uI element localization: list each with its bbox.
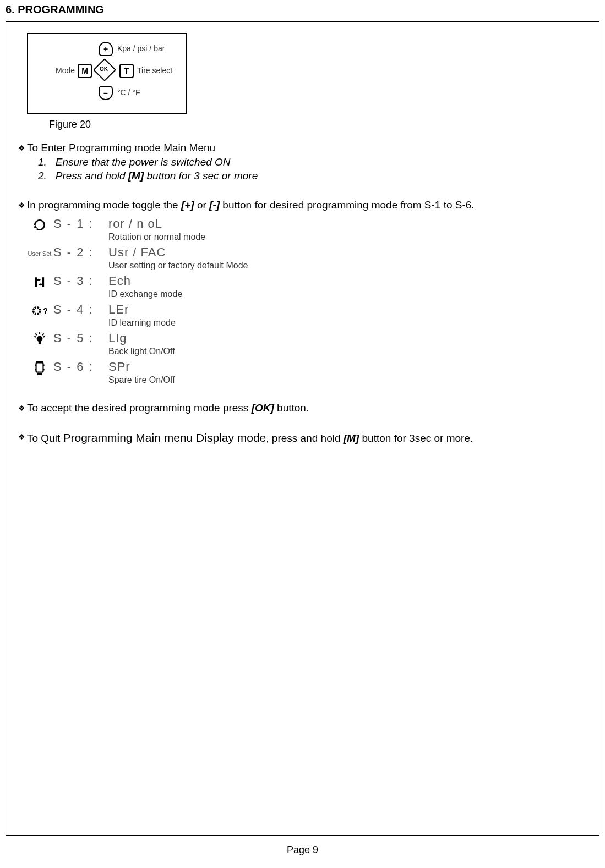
mode-desc: Spare tire On/Off: [108, 375, 175, 385]
bullet-quit-mode: ❖ To Quit Programming Main menu Display …: [16, 430, 589, 446]
mode-desc: ID learning mode: [108, 318, 176, 328]
bullet-enter-programming: ❖ To Enter Programming mode Main Menu 1.…: [16, 141, 589, 183]
mode-row-s5: S - 5 :LIg Back light On/Off: [26, 331, 589, 360]
wheel-question-icon: ?: [26, 303, 53, 319]
mode-short: ror / n oL: [108, 217, 162, 231]
content-frame: + M OK T – Kpa / psi / bar Mode Tire sel…: [6, 21, 599, 836]
mode-code: S - 1 :: [53, 217, 108, 231]
m-button-ref: [M]: [128, 170, 144, 182]
label-mode: Mode: [56, 66, 75, 75]
mode-desc: Back light On/Off: [108, 347, 175, 356]
svg-line-12: [43, 336, 45, 337]
mode-desc: User setting or factory default Mode: [108, 261, 248, 271]
rotate-icon: [26, 217, 53, 233]
ok-button-icon: OK: [97, 63, 114, 79]
mode-short: LEr: [108, 303, 129, 317]
mode-short: Usr / FAC: [108, 245, 166, 260]
svg-rect-16: [35, 364, 36, 366]
bullet-icon: ❖: [16, 402, 27, 415]
bullet-icon: ❖: [16, 430, 27, 443]
t-button-icon: T: [119, 64, 134, 78]
label-c-f: °C / °F: [117, 88, 140, 97]
mode-short: LIg: [108, 331, 127, 345]
step-text: button for 3 sec or more: [144, 170, 258, 182]
ok-button-ref: [OK]: [252, 402, 274, 414]
bullet-text: In programming mode toggle the [+] or [-…: [27, 199, 589, 212]
large-text: Programming Main menu Display mode: [63, 431, 266, 444]
mode-desc: ID exchange mode: [108, 289, 182, 299]
section-heading: 6. PROGRAMMING: [0, 0, 605, 21]
minus-button-icon: –: [99, 86, 113, 100]
mode-row-s3: S - 3 :Ech ID exchange mode: [26, 274, 589, 303]
mode-code: S - 3 :: [53, 274, 108, 288]
svg-rect-15: [36, 362, 43, 372]
step-number: 1.: [38, 156, 47, 168]
bulb-icon: [26, 331, 53, 348]
svg-line-14: [42, 333, 43, 335]
page-number: Page 9: [0, 841, 605, 864]
figure-20-diagram: + M OK T – Kpa / psi / bar Mode Tire sel…: [27, 33, 187, 114]
bullet-accept-mode: ❖ To accept the desired programming mode…: [16, 402, 589, 415]
svg-rect-19: [43, 369, 44, 370]
m-button-icon: M: [78, 64, 92, 78]
mode-short: SPr: [108, 360, 130, 374]
bullet-icon: ❖: [16, 199, 27, 212]
mode-row-s1: S - 1 :ror / n oL Rotation or normal mod…: [26, 217, 589, 245]
label-kpa-psi-bar: Kpa / psi / bar: [117, 44, 165, 53]
bullet-icon: ❖: [16, 141, 27, 155]
plus-button-ref: [+]: [181, 199, 194, 211]
bullet-text: To Quit Programming Main menu Display mo…: [27, 430, 589, 446]
svg-rect-9: [39, 341, 41, 344]
mode-code: S - 6 :: [53, 360, 108, 374]
mode-code: S - 2 :: [53, 245, 108, 260]
m-button-ref: [M]: [344, 432, 359, 444]
bullet-toggle-mode: ❖ In programming mode toggle the [+] or …: [16, 199, 589, 212]
svg-line-11: [34, 336, 36, 337]
mode-desc: Rotation or normal mode: [108, 232, 205, 242]
minus-button-ref: [-]: [209, 199, 220, 211]
svg-rect-17: [43, 364, 44, 366]
bullet-text: To Enter Programming mode Main Menu: [27, 141, 589, 155]
plus-button-icon: +: [99, 42, 113, 56]
svg-rect-18: [35, 369, 36, 370]
spare-tire-icon: [26, 360, 53, 376]
mode-row-s2: User Set S - 2 :Usr / FAC User setting o…: [26, 245, 589, 274]
svg-rect-21: [37, 372, 42, 375]
step-number: 2.: [38, 170, 47, 182]
mode-row-s6: S - 6 :SPr Spare tire On/Off: [26, 360, 589, 388]
step-text: Press and hold: [56, 170, 128, 182]
svg-text:?: ?: [43, 306, 48, 315]
mode-row-s4: ? S - 4 :LEr ID learning mode: [26, 303, 589, 331]
user-set-icon: User Set: [26, 245, 53, 262]
svg-line-13: [35, 333, 36, 335]
swap-icon: [26, 274, 53, 290]
label-tire-select: Tire select: [137, 66, 172, 75]
svg-point-8: [37, 336, 43, 342]
step-text: Ensure that the power is switched ON: [56, 156, 231, 168]
mode-code: S - 4 :: [53, 303, 108, 317]
programming-modes-list: S - 1 :ror / n oL Rotation or normal mod…: [26, 217, 589, 388]
mode-short: Ech: [108, 274, 131, 288]
mode-code: S - 5 :: [53, 331, 108, 345]
bullet-text: To accept the desired programming mode p…: [27, 402, 589, 415]
figure-caption: Figure 20: [49, 119, 589, 130]
